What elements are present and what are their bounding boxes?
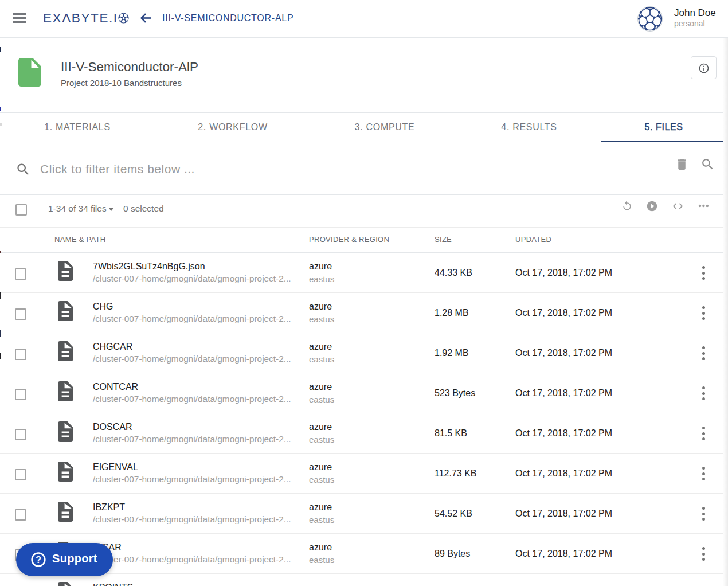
svg-text:?: ? [36, 554, 41, 565]
